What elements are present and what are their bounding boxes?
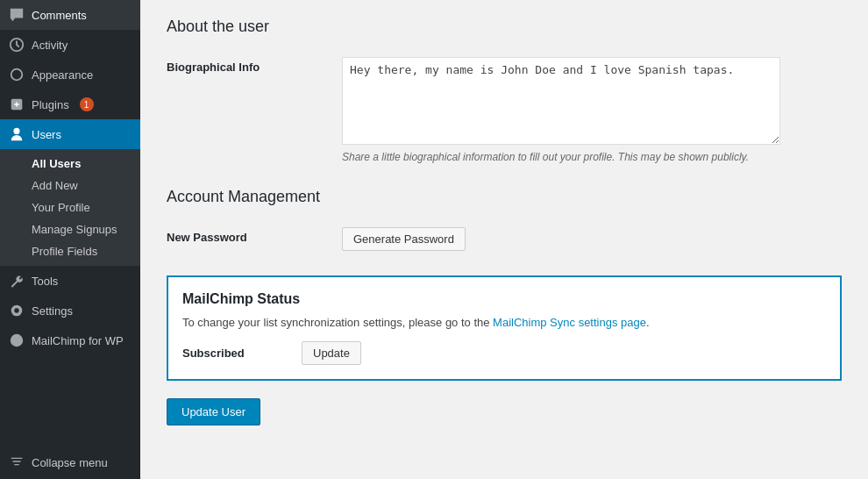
account-section-title: Account Management	[167, 188, 842, 206]
new-password-label: New Password	[167, 231, 247, 244]
generate-password-button[interactable]: Generate Password	[342, 227, 466, 251]
sidebar-item-comments-label: Comments	[32, 9, 87, 22]
sidebar-item-tools[interactable]: Tools	[0, 266, 140, 296]
sidebar-item-comments[interactable]: Comments	[0, 0, 140, 30]
mailchimp-status-box: MailChimp Status To change your list syn…	[167, 275, 842, 381]
sidebar-item-activity[interactable]: Activity	[0, 30, 140, 60]
comments-icon	[9, 7, 25, 23]
submenu-item-all-users[interactable]: All Users	[0, 153, 140, 175]
sidebar-item-settings-label: Settings	[32, 304, 73, 318]
bio-label: Biographical Info	[167, 61, 260, 74]
mailchimp-box-title: MailChimp Status	[182, 291, 826, 307]
collapse-icon	[9, 454, 25, 472]
account-form-table: New Password Generate Password	[167, 220, 842, 258]
submenu-item-profile-fields[interactable]: Profile Fields	[0, 240, 140, 262]
subscribed-label: Subscribed	[182, 347, 288, 360]
mailchimp-sync-link[interactable]: MailChimp Sync settings page	[493, 316, 646, 329]
appearance-icon	[9, 67, 25, 82]
activity-icon	[9, 37, 25, 53]
mailchimp-desc-prefix: To change your list synchronization sett…	[182, 316, 493, 329]
update-user-button[interactable]: Update User	[167, 398, 260, 425]
tools-icon	[9, 273, 25, 289]
mailchimp-description: To change your list synchronization sett…	[182, 316, 826, 329]
collapse-menu-label: Collapse menu	[32, 456, 108, 469]
mailchimp-icon	[9, 332, 25, 348]
plugins-badge: 1	[80, 97, 94, 111]
sidebar-item-plugins-label: Plugins	[32, 98, 69, 111]
users-submenu: All Users Add New Your Profile Manage Si…	[0, 149, 140, 266]
svg-point-2	[11, 334, 23, 347]
about-form-table: Biographical Info Hey there, my name is …	[167, 50, 842, 170]
submenu-item-add-new[interactable]: Add New	[0, 175, 140, 197]
plugins-icon	[9, 97, 25, 112]
settings-icon	[9, 303, 25, 318]
update-subscribed-button[interactable]: Update	[302, 341, 361, 365]
main-content: About the user Biographical Info Hey the…	[140, 0, 868, 479]
sidebar-item-users[interactable]: Users	[0, 119, 140, 149]
sidebar-item-users-label: Users	[32, 128, 61, 141]
sidebar-item-mailchimp-label: MailChimp for WP	[32, 334, 124, 347]
sidebar-item-plugins[interactable]: Plugins 1	[0, 89, 140, 119]
collapse-menu[interactable]: Collapse menu	[0, 447, 140, 479]
bio-textarea[interactable]: Hey there, my name is John Doe and I lov…	[342, 57, 780, 145]
users-icon	[9, 126, 25, 142]
sidebar-item-mailchimp[interactable]: MailChimp for WP	[0, 325, 140, 355]
about-section-title: About the user	[167, 18, 842, 36]
bio-description: Share a little biographical information …	[342, 151, 842, 163]
bio-row: Biographical Info Hey there, my name is …	[167, 50, 842, 170]
sidebar-item-appearance[interactable]: Appearance	[0, 60, 140, 89]
sidebar-item-tools-label: Tools	[32, 275, 58, 288]
sidebar-item-settings[interactable]: Settings	[0, 296, 140, 325]
mailchimp-subscribed-row: Subscribed Update	[182, 341, 826, 365]
submenu-item-your-profile[interactable]: Your Profile	[0, 197, 140, 218]
sidebar-item-appearance-label: Appearance	[32, 68, 93, 82]
submenu-item-manage-signups[interactable]: Manage Signups	[0, 218, 140, 240]
sidebar-item-activity-label: Activity	[32, 39, 68, 52]
sidebar: Comments Activity Appearance Plugins 1 U…	[0, 0, 140, 479]
mailchimp-desc-suffix: .	[646, 316, 650, 329]
new-password-row: New Password Generate Password	[167, 220, 842, 258]
